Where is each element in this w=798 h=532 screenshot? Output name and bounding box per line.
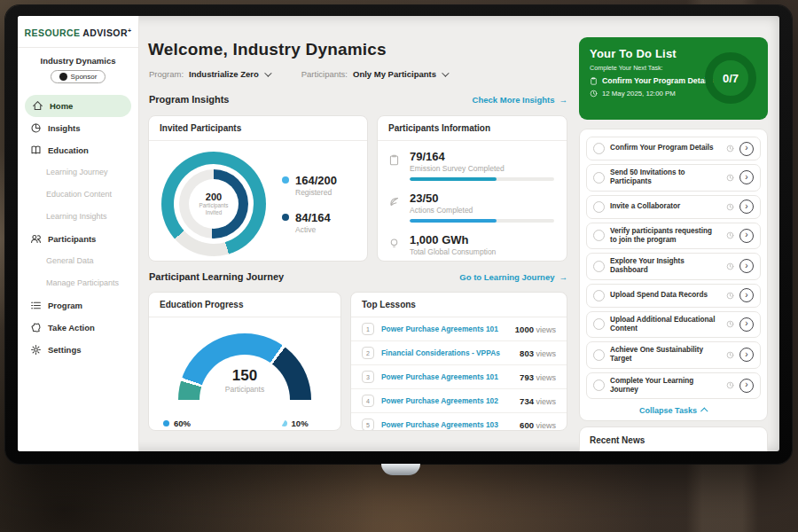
clock-icon (726, 292, 734, 300)
logo-secondary: ADVISOR+ (82, 27, 131, 38)
lesson-link[interactable]: Financial Considerations - VPPAs (381, 348, 512, 357)
sidebar-item-program[interactable]: Program (18, 294, 138, 317)
lesson-row: 3 Power Purchase Agreements 101 793 view… (351, 365, 567, 389)
task-checkbox[interactable] (593, 172, 605, 184)
task-go-button[interactable]: › (739, 379, 754, 393)
top-lessons-card: Top Lessons 1 Power Purchase Agreements … (350, 292, 567, 431)
task-explore-insights[interactable]: Explore Your Insights Dashboard › (586, 253, 761, 280)
task-confirm-program-details[interactable]: Confirm Your Program Details › (586, 137, 761, 160)
active-dot-icon (282, 214, 289, 221)
chevron-down-icon (264, 69, 271, 76)
sponsor-icon (59, 73, 67, 81)
todo-due-date: 12 May 2025, 12:00 PM (602, 90, 676, 98)
consumption-icon (388, 238, 400, 249)
clock-icon (590, 90, 598, 98)
check-more-insights-link[interactable]: Check More Insights → (473, 95, 567, 105)
participants-icon (30, 233, 42, 245)
task-go-button[interactable]: › (739, 348, 754, 362)
sidebar-item-participants[interactable]: Participants (18, 228, 138, 250)
clock-icon (726, 174, 734, 182)
todo-progress-count: 0/7 (723, 72, 739, 85)
task-checkbox[interactable] (593, 230, 605, 241)
sidebar-nav: Home Insights Education Learning Journey… (18, 95, 138, 361)
participants-information-card: Participants Information 79/164 Emission… (377, 115, 567, 262)
clock-icon (726, 381, 734, 389)
sidebar-item-home[interactable]: Home (25, 95, 131, 117)
insights-icon (30, 122, 42, 134)
lesson-link[interactable]: Power Purchase Agreements 101 (381, 372, 512, 381)
dashboard-screen: RESOURCE ADVISOR+ Industry Dynamics Spon… (18, 16, 779, 451)
participants-information-card-title: Participants Information (378, 116, 567, 141)
sidebar-item-education[interactable]: Education (18, 139, 138, 161)
education-progress-card-title: Education Progress (149, 293, 340, 317)
lesson-row: 4 Power Purchase Agreements 102 734 view… (351, 389, 567, 413)
app-logo: RESOURCE ADVISOR+ (18, 27, 138, 38)
education-progress-gauge-chart: 150 Participants (149, 325, 340, 410)
sidebar-item-general-data[interactable]: General Data (18, 250, 138, 272)
education-progress-card: Education Progress 150 Participants 60% … (148, 292, 341, 431)
lesson-link[interactable]: Power Purchase Agreements 101 (381, 325, 508, 333)
go-to-learning-journey-link[interactable]: Go to Learning Journey → (459, 272, 567, 282)
task-checkbox[interactable] (593, 379, 605, 391)
task-invite-collaborator[interactable]: Invite a Collaborator › (586, 195, 761, 219)
sidebar-item-manage-participants[interactable]: Manage Participants (18, 272, 138, 294)
chevron-up-icon (700, 407, 708, 414)
logo-primary: RESOURCE (25, 27, 81, 38)
actions-progress-bar (410, 219, 554, 223)
clock-icon (726, 203, 734, 211)
task-achieve-sustainability-target[interactable]: Achieve One Sustainability Target › (586, 341, 761, 369)
task-checkbox[interactable] (593, 290, 605, 301)
todo-summary-card: Your To Do List Complete Your Next Task:… (579, 37, 768, 120)
arrow-right-icon: → (559, 95, 568, 105)
donut-center-label: Participants Invited (194, 202, 233, 216)
legend-registered: 164/200 Registered (282, 174, 337, 197)
task-checkbox[interactable] (593, 261, 605, 272)
take-action-icon (30, 322, 42, 333)
survey-icon (388, 154, 400, 166)
task-checkbox[interactable] (593, 143, 605, 154)
task-checkbox[interactable] (593, 318, 605, 330)
clock-icon (726, 262, 734, 270)
task-checkbox[interactable] (593, 349, 605, 361)
actions-icon (388, 196, 400, 207)
program-filter[interactable]: Program: Industrialize Zero (149, 69, 270, 79)
clipboard-icon (590, 77, 598, 85)
task-send-invitations[interactable]: Send 50 Invitations to Participants › (586, 164, 761, 192)
sidebar: RESOURCE ADVISOR+ Industry Dynamics Spon… (18, 16, 139, 451)
task-go-button[interactable]: › (739, 259, 754, 273)
sidebar-item-education-content[interactable]: Education Content (18, 184, 138, 206)
collapse-tasks-link[interactable]: Collapse Tasks (586, 403, 761, 417)
sidebar-item-insights[interactable]: Insights (18, 117, 138, 139)
clock-icon (726, 145, 734, 153)
task-go-button[interactable]: › (739, 229, 754, 243)
task-complete-learning-journey[interactable]: Complete Your Learning Journey › (586, 372, 761, 400)
sidebar-item-learning-insights[interactable]: Learning Insights (18, 206, 138, 228)
task-go-button[interactable]: › (739, 170, 754, 184)
education-icon (30, 145, 42, 156)
task-go-button[interactable]: › (739, 200, 754, 214)
task-go-button[interactable]: › (739, 288, 754, 302)
sidebar-item-learning-journey[interactable]: Learning Journey (18, 161, 138, 184)
participants-filter[interactable]: Participants: Only My Participants (301, 69, 447, 79)
lesson-row: 2 Financial Considerations - VPPAs 803 v… (351, 341, 567, 365)
task-go-button[interactable]: › (739, 317, 754, 332)
todo-progress-ring: 0/7 (705, 52, 756, 104)
task-upload-educational-content[interactable]: Upload Additional Educational Content › (586, 311, 761, 339)
page-title: Welcome, Industry Dynamics (148, 40, 387, 59)
task-upload-spend-data[interactable]: Upload Spend Data Records › (586, 284, 761, 308)
invited-participants-card-title: Invited Participants (149, 116, 367, 141)
sidebar-item-settings[interactable]: Settings (18, 339, 138, 361)
sidebar-item-take-action[interactable]: Take Action (18, 317, 138, 339)
settings-icon (30, 344, 42, 356)
sponsor-badge[interactable]: Sponsor (51, 70, 106, 83)
arrow-right-icon: → (559, 272, 568, 282)
clock-icon (726, 320, 734, 328)
lesson-link[interactable]: Power Purchase Agreements 103 (381, 420, 512, 429)
task-go-button[interactable]: › (739, 142, 754, 156)
task-verify-participants[interactable]: Verify participants requesting to join t… (586, 223, 761, 250)
emission-survey-row: 79/164 Emission Survey Completed (388, 150, 554, 181)
gauge-center-value: 150 (149, 367, 340, 385)
lesson-link[interactable]: Power Purchase Agreements 102 (381, 396, 512, 405)
task-checkbox[interactable] (593, 201, 605, 213)
gauge-center-label: Participants (149, 385, 340, 394)
